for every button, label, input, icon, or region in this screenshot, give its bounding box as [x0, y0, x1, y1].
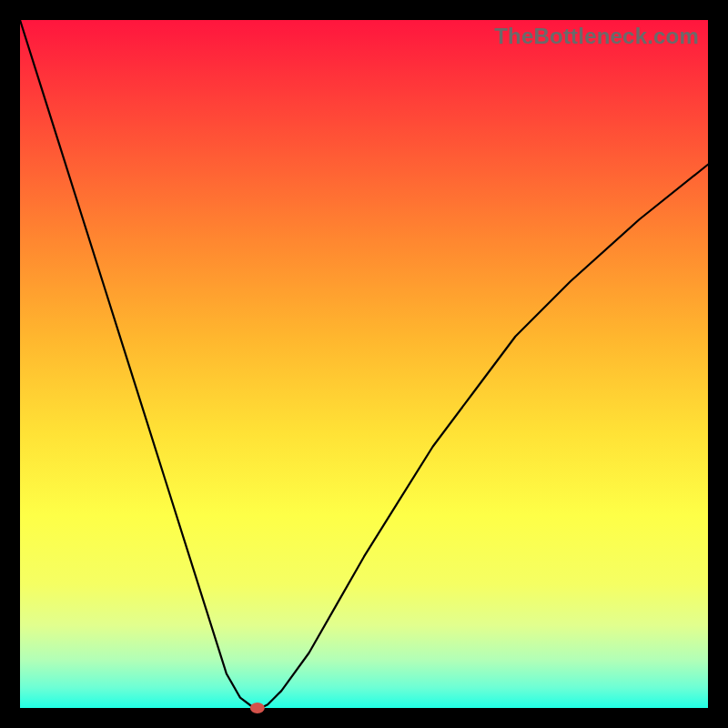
plot-area: TheBottleneck.com: [20, 20, 708, 708]
chart-frame: TheBottleneck.com: [0, 0, 728, 728]
optimal-point-marker: [250, 703, 265, 713]
chart-overlay: [20, 20, 708, 708]
bottleneck-curve: [20, 20, 708, 708]
